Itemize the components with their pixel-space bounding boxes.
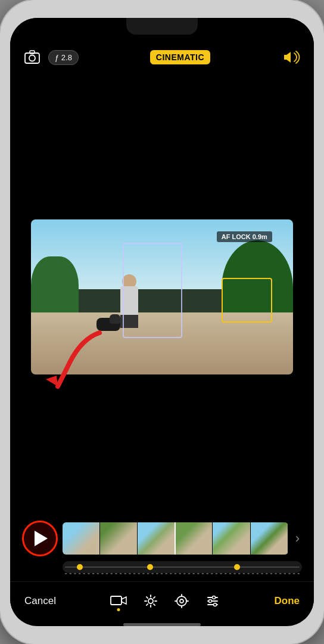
timeline-frame-5 [213, 522, 250, 555]
svg-line-10 [147, 596, 148, 597]
play-icon [35, 531, 48, 546]
aperture-label: ƒ 2.8 [55, 53, 72, 62]
svg-point-25 [214, 603, 217, 606]
svg-line-12 [147, 603, 148, 605]
timeline-frame-3 [138, 522, 175, 555]
toolbar-bottom: Cancel [10, 581, 314, 620]
video-preview-area: AF LOCK 0.9m [10, 73, 314, 521]
focus-ring-icon-button[interactable] [175, 594, 189, 608]
focus-dot-1[interactable] [77, 564, 83, 570]
phone-device: ƒ 2.8 CINEMATIC [0, 0, 324, 644]
timeline-container: › [22, 521, 302, 556]
timeline-frame-1 [63, 522, 100, 555]
svg-rect-2 [30, 51, 35, 54]
svg-line-13 [154, 596, 155, 597]
phone-screen: ƒ 2.8 CINEMATIC [10, 18, 314, 626]
focus-track[interactable] [63, 561, 302, 573]
scene-dog [96, 307, 126, 331]
secondary-focus-box [222, 278, 272, 323]
svg-point-23 [213, 596, 216, 599]
status-bar [10, 18, 314, 42]
video-camera-active-dot [117, 608, 120, 611]
svg-rect-4 [111, 596, 122, 605]
svg-point-14 [177, 596, 186, 606]
video-frame[interactable]: AF LOCK 0.9m [31, 219, 293, 374]
svg-point-5 [148, 599, 153, 603]
bottom-section: › [10, 521, 314, 581]
volume-button[interactable] [282, 47, 302, 67]
notch [126, 18, 198, 35]
svg-line-11 [154, 603, 155, 605]
timeline-frame-6 [251, 522, 288, 555]
adjust-icon-button[interactable] [205, 594, 220, 608]
toolbar-left-group: ƒ 2.8 [22, 47, 79, 67]
toolbar-bottom-icons [110, 594, 220, 608]
focus-dot-2[interactable] [147, 564, 153, 570]
home-indicator [123, 623, 201, 626]
timeline-frame-4 [175, 522, 213, 555]
svg-point-1 [29, 55, 35, 61]
play-button[interactable] [22, 521, 58, 556]
timeline-playhead [175, 522, 176, 555]
cinematic-label: CINEMATIC [156, 52, 204, 62]
aperture-badge[interactable]: ƒ 2.8 [48, 50, 79, 65]
person-focus-box [123, 243, 182, 338]
done-button[interactable]: Done [274, 595, 300, 607]
video-camera-icon-button[interactable] [110, 595, 127, 608]
focus-dot-3[interactable] [234, 564, 240, 570]
timeline-end-chevron: › [293, 531, 302, 546]
af-lock-label: AF LOCK 0.9m [217, 231, 272, 242]
timeline-strip[interactable] [63, 522, 288, 555]
toolbar-top: ƒ 2.8 CINEMATIC [10, 42, 314, 73]
focus-track-line [65, 566, 300, 568]
svg-point-15 [180, 599, 183, 603]
timeline-frame-2 [100, 522, 138, 555]
brightness-icon-button[interactable] [144, 594, 158, 608]
svg-rect-0 [25, 53, 39, 63]
camera-icon-button[interactable] [22, 47, 42, 67]
svg-point-24 [209, 599, 212, 602]
cancel-button[interactable]: Cancel [24, 595, 56, 607]
cinematic-badge[interactable]: CINEMATIC [150, 50, 210, 64]
